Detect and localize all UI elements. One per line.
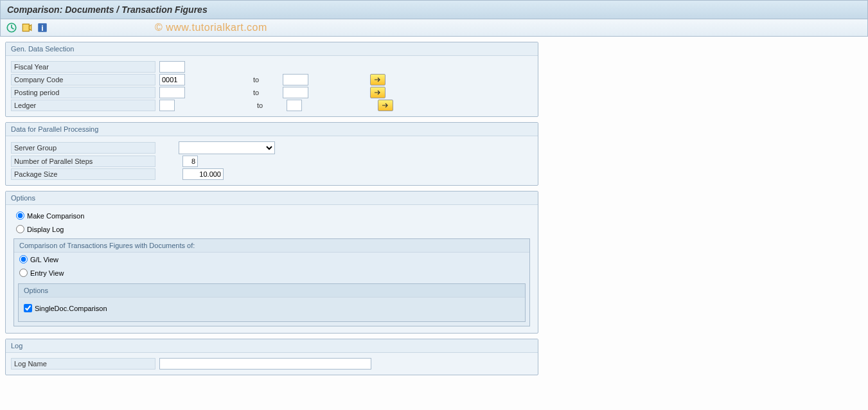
posting-period-to-label: to (253, 89, 279, 96)
posting-period-label: Posting period (11, 87, 155, 98)
inner-options-group: Options SingleDoc.Comparison (18, 283, 526, 322)
gen-data-selection-title: Gen. Data Selection (6, 42, 538, 56)
posting-period-from-input[interactable] (159, 87, 185, 98)
company-code-to-input[interactable] (283, 74, 308, 85)
company-code-multiselect-button[interactable] (370, 74, 385, 85)
company-code-from-input[interactable] (159, 74, 185, 85)
log-name-label: Log Name (11, 358, 155, 370)
svg-rect-1 (22, 24, 29, 31)
server-group-select[interactable] (179, 141, 275, 154)
page-title: Comparison: Documents / Transaction Figu… (0, 0, 868, 19)
svg-text:i: i (41, 24, 43, 33)
info-icon[interactable]: i (37, 22, 48, 33)
package-size-input[interactable] (182, 168, 224, 180)
parallel-steps-input[interactable] (182, 156, 198, 167)
ledger-multiselect-button[interactable] (378, 100, 393, 111)
entry-view-label: Entry View (30, 269, 64, 277)
company-code-label: Company Code (11, 74, 155, 85)
log-panel: Log Log Name (5, 339, 538, 375)
parallel-steps-label: Number of Parallel Steps (11, 156, 155, 167)
options-title: Options (6, 192, 538, 205)
package-size-label: Package Size (11, 168, 155, 180)
gen-data-selection-panel: Gen. Data Selection Fiscal Year Company … (5, 42, 538, 117)
single-doc-checkbox[interactable] (24, 304, 32, 312)
gl-view-radio[interactable] (19, 255, 28, 263)
variant-icon[interactable] (21, 22, 33, 33)
log-title: Log (6, 339, 538, 353)
inner-options-title: Options (19, 284, 525, 298)
make-comparison-radio[interactable] (16, 211, 24, 220)
fiscal-year-input[interactable] (159, 61, 185, 73)
ledger-to-input[interactable] (287, 100, 302, 111)
ledger-to-label: to (257, 102, 283, 109)
posting-period-to-input[interactable] (283, 87, 308, 98)
display-log-radio[interactable] (16, 225, 24, 233)
ledger-label: Ledger (11, 100, 155, 111)
entry-view-radio[interactable] (19, 269, 28, 277)
options-panel: Options Make Comparison Display Log Comp… (5, 191, 538, 334)
ledger-from-input[interactable] (159, 100, 175, 111)
fiscal-year-label: Fiscal Year (11, 61, 155, 73)
log-name-input[interactable] (159, 358, 371, 370)
display-log-label: Display Log (27, 226, 64, 233)
company-code-to-label: to (253, 76, 279, 84)
server-group-label: Server Group (11, 142, 155, 154)
watermark: © www.tutorialkart.com (155, 22, 267, 33)
gl-view-label: G/L View (30, 256, 58, 263)
comparison-subgroup: Comparison of Transactions Figures with … (13, 238, 530, 326)
execute-icon[interactable] (6, 22, 17, 33)
toolbar: i © www.tutorialkart.com (0, 19, 868, 37)
make-comparison-label: Make Comparison (27, 212, 84, 220)
posting-period-multiselect-button[interactable] (370, 87, 385, 98)
parallel-processing-title: Data for Parallel Processing (6, 123, 538, 136)
comparison-subgroup-title: Comparison of Transactions Figures with … (14, 239, 529, 253)
parallel-processing-panel: Data for Parallel Processing Server Grou… (5, 122, 538, 186)
single-doc-label: SingleDoc.Comparison (35, 305, 107, 312)
